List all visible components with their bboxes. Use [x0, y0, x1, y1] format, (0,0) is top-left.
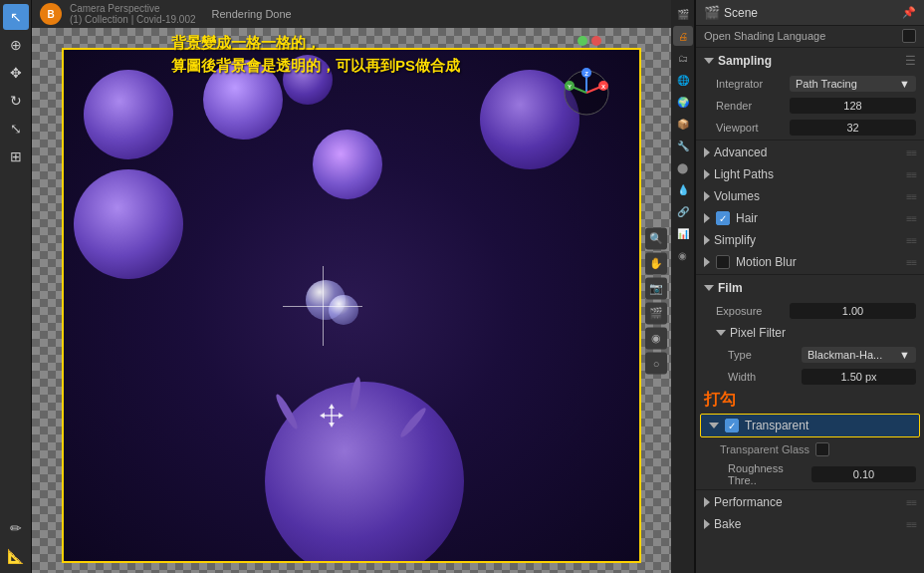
integrator-value: Path Tracing	[796, 78, 857, 90]
annotation-mark-row: 打勾	[696, 388, 924, 413]
integrator-dropdown[interactable]: Path Tracing ▼	[790, 76, 916, 92]
divider-4	[696, 489, 924, 490]
tool-measure[interactable]: 📐	[3, 543, 29, 569]
tab-output[interactable]: 🖨	[673, 26, 693, 46]
performance-row[interactable]: Performance ≡≡	[696, 491, 924, 513]
tab-material[interactable]: ◉	[673, 245, 693, 265]
tool-move[interactable]: ✥	[3, 60, 29, 86]
type-dropdown[interactable]: Blackman-Ha... ▼	[802, 347, 916, 363]
simplify-label: Simplify	[714, 233, 902, 247]
volumes-row[interactable]: Volumes ≡≡	[696, 185, 924, 207]
roughness-value[interactable]: 0.10	[811, 466, 916, 482]
tab-scene[interactable]: 🌐	[673, 70, 693, 90]
bake-row[interactable]: Bake ≡≡	[696, 513, 924, 535]
type-dropdown-arrow: ▼	[899, 349, 910, 361]
motion-blur-checkbox[interactable]	[716, 255, 730, 269]
scene-title: Scene	[724, 6, 898, 20]
svg-text:Z: Z	[584, 71, 588, 77]
transparent-section[interactable]: Transparent	[700, 414, 920, 437]
bake-lines: ≡≡	[906, 519, 916, 530]
dropdown-arrow: ▼	[899, 78, 910, 90]
type-row: Type Blackman-Ha... ▼	[696, 344, 924, 366]
transparent-checkbox[interactable]	[725, 419, 739, 432]
vp-icon-zoom[interactable]: 🔍	[645, 227, 667, 249]
status-dot-red	[591, 36, 601, 46]
performance-lines: ≡≡	[906, 497, 916, 508]
viewport-field-row: Viewport 32	[696, 117, 924, 139]
hair-checkbox[interactable]	[716, 211, 730, 225]
tab-data[interactable]: 📊	[673, 223, 693, 243]
render-frame	[62, 48, 641, 563]
tool-cursor[interactable]: ⊕	[3, 32, 29, 58]
tab-world[interactable]: 🌍	[673, 92, 693, 112]
trans-glass-label: Transparent Glass	[720, 443, 809, 455]
divider-3	[696, 274, 924, 275]
trans-glass-row: Transparent Glass	[696, 438, 924, 460]
tool-annotate[interactable]: ✏	[3, 515, 29, 541]
render-label: Render	[716, 100, 786, 112]
sampling-list-icon[interactable]: ☰	[905, 54, 916, 68]
motion-blur-arrow	[704, 257, 710, 267]
tool-transform[interactable]: ⊞	[3, 143, 29, 169]
tool-select[interactable]: ↖	[3, 4, 29, 30]
tab-physics[interactable]: 💧	[673, 179, 693, 199]
advanced-row[interactable]: Advanced ≡≡	[696, 142, 924, 163]
right-tabs-strip: 🎬 🖨 🗂 🌐 🌍 📦 🔧 ⬤ 💧 🔗 📊 ◉	[671, 0, 695, 573]
motion-blur-label: Motion Blur	[736, 255, 900, 269]
blender-logo: B	[40, 3, 62, 25]
svg-marker-4	[320, 413, 325, 419]
light-paths-lines: ≡≡	[906, 169, 916, 180]
vp-icon-material[interactable]: ◉	[645, 327, 667, 349]
osl-row: Open Shading Language	[696, 26, 924, 46]
pixel-filter-row[interactable]: Pixel Filter	[696, 322, 924, 344]
vp-icon-camera[interactable]: 📷	[645, 277, 667, 299]
vp-icon-render[interactable]: 🎬	[645, 302, 667, 324]
light-paths-label: Light Paths	[714, 167, 902, 181]
motion-blur-lines: ≡≡	[906, 257, 916, 268]
volumes-lines: ≡≡	[906, 191, 916, 202]
viewport-canvas[interactable]: 背景變成一格一格的， 算圖後背景會是透明的，可以再到PS做合成 Z X Y	[32, 28, 671, 573]
tab-view-layer[interactable]: 🗂	[673, 48, 693, 68]
render-status: Rendering Done	[212, 8, 292, 20]
volumes-label: Volumes	[714, 189, 902, 203]
simplify-lines: ≡≡	[906, 235, 916, 246]
pin-icon[interactable]: 📌	[902, 6, 916, 19]
annotation-line1: 背景變成一格一格的，	[171, 32, 460, 55]
tab-render-settings[interactable]: 🎬	[673, 4, 693, 24]
light-paths-row[interactable]: Light Paths ≡≡	[696, 163, 924, 185]
divider-2	[696, 140, 924, 141]
properties-content[interactable]: Open Shading Language Sampling ☰ Integra…	[696, 26, 924, 573]
annotation-overlay: 背景變成一格一格的， 算圖後背景會是透明的，可以再到PS做合成	[171, 32, 460, 77]
trans-glass-checkbox[interactable]	[815, 442, 829, 456]
tab-constraints[interactable]: 🔗	[673, 201, 693, 221]
vp-icon-hand[interactable]: ✋	[645, 252, 667, 274]
axis-gizmo: Z X Y	[562, 68, 611, 121]
transparent-label: Transparent	[745, 419, 911, 432]
svg-marker-3	[329, 423, 335, 428]
viewport-right-icons: 🔍 ✋ 📷 🎬 ◉ ○	[645, 227, 667, 374]
tab-modifier[interactable]: 🔧	[673, 136, 693, 155]
integrator-row: Integrator Path Tracing ▼	[696, 73, 924, 95]
render-field-row: Render 128	[696, 95, 924, 117]
film-header[interactable]: Film	[696, 276, 924, 300]
viewport-value[interactable]: 32	[790, 120, 916, 136]
simplify-row[interactable]: Simplify ≡≡	[696, 229, 924, 251]
sampling-arrow	[704, 58, 714, 64]
vp-icon-object[interactable]: ○	[645, 352, 667, 374]
render-value[interactable]: 128	[790, 98, 916, 114]
tab-object[interactable]: 📦	[673, 114, 693, 134]
bake-label: Bake	[714, 517, 902, 531]
performance-label: Performance	[714, 495, 902, 509]
motion-blur-row[interactable]: Motion Blur ≡≡	[696, 251, 924, 273]
tool-rotate[interactable]: ↻	[3, 88, 29, 114]
right-panel-wrapper: 🎬 🖨 🗂 🌐 🌍 📦 🔧 ⬤ 💧 🔗 📊 ◉ 🎬 Scene 📌 Open S…	[671, 0, 924, 573]
exposure-value[interactable]: 1.00	[790, 303, 916, 319]
tool-scale[interactable]: ⤡	[3, 116, 29, 142]
type-value: Blackman-Ha...	[808, 349, 882, 361]
annotation-mark-text: 打勾	[704, 390, 736, 411]
hair-row[interactable]: Hair ≡≡	[696, 207, 924, 229]
width-value[interactable]: 1.50 px	[802, 369, 916, 385]
sampling-header[interactable]: Sampling ☰	[696, 49, 924, 73]
tab-particles[interactable]: ⬤	[673, 157, 693, 177]
osl-checkbox[interactable]	[902, 29, 916, 43]
